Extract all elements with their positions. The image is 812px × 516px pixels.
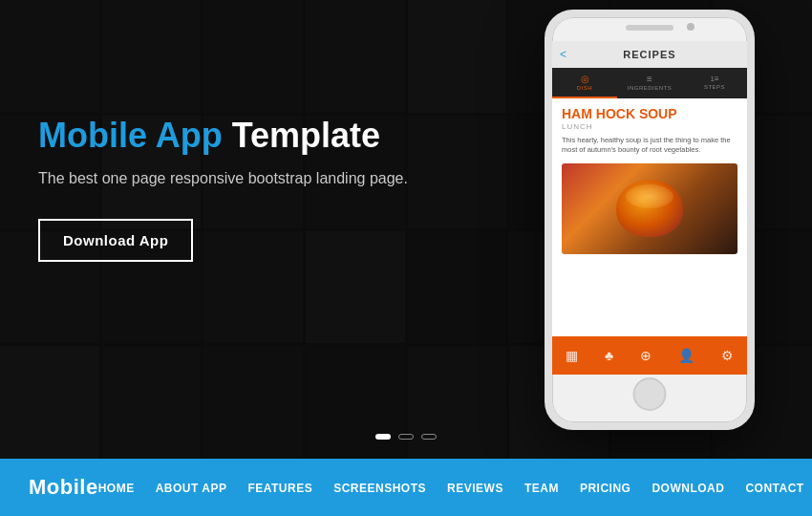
app-tab-steps[interactable]: 1≡ STEPS [682, 68, 747, 98]
phone-screen: < RECIPES ◎ DISH ≡ INGREDIENTS 1≡ ST [552, 41, 747, 375]
recipe-title: HAM HOCK SOUP [562, 106, 737, 122]
hero-content: Mobile App Template The best one page re… [38, 115, 408, 262]
phone-mockup: < RECIPES ◎ DISH ≡ INGREDIENTS 1≡ ST [545, 10, 755, 430]
tab-dish-label: DISH [577, 85, 592, 91]
carousel-dot-2[interactable] [398, 434, 414, 440]
recipe-image [562, 163, 737, 254]
tab-steps-label: STEPS [704, 84, 725, 90]
nav-people-icon[interactable]: 👤 [678, 348, 694, 363]
nav-item-team[interactable]: TEAM [524, 479, 559, 496]
nav-grid-icon[interactable]: ▦ [566, 348, 578, 363]
phone-home-button [633, 377, 667, 411]
recipe-bowl-image [616, 180, 683, 237]
dish-icon: ◎ [581, 74, 589, 84]
nav-item-reviews[interactable]: REVIEWS [447, 479, 503, 496]
steps-icon: 1≡ [710, 75, 718, 83]
nav-link-screenshots[interactable]: SCREENSHOTS [333, 482, 426, 495]
nav-item-features[interactable]: FEATURES [247, 479, 312, 496]
app-bottom-navigation: ▦ ♣ ⊕ 👤 ⚙ [552, 336, 747, 375]
nav-link-about[interactable]: ABOUT APP [156, 482, 227, 495]
nav-link-team[interactable]: TEAM [524, 482, 559, 495]
nav-item-home[interactable]: HOME [98, 479, 135, 496]
nav-link-reviews[interactable]: REVIEWS [447, 482, 503, 495]
app-back-button[interactable]: < [560, 48, 566, 61]
nav-chef-icon[interactable]: ♣ [605, 348, 613, 363]
phone-camera [687, 23, 694, 31]
nav-links-list: HOME ABOUT APP FEATURES SCREENSHOTS REVI… [98, 479, 804, 496]
phone-speaker [626, 25, 673, 31]
nav-link-download[interactable]: DOWNLOAD [652, 482, 724, 495]
app-tab-dish[interactable]: ◎ DISH [552, 68, 617, 98]
app-nav-tabs: ◎ DISH ≡ INGREDIENTS 1≡ STEPS [552, 68, 747, 98]
app-screen-title: RECIPES [623, 49, 675, 60]
recipe-category: LUNCH [562, 122, 737, 131]
phone-frame: < RECIPES ◎ DISH ≡ INGREDIENTS 1≡ ST [545, 10, 755, 430]
hero-title-rest: Template [223, 116, 380, 155]
main-navbar: Mobile HOME ABOUT APP FEATURES SCREENSHO… [0, 459, 812, 516]
nav-link-home[interactable]: HOME [98, 482, 135, 495]
app-recipe-content: HAM HOCK SOUP LUNCH This hearty, healthy… [552, 98, 747, 262]
carousel-indicators [375, 434, 437, 440]
nav-brand: Mobile [29, 475, 98, 500]
ingredients-icon: ≡ [647, 74, 652, 84]
nav-item-download[interactable]: DOWNLOAD [652, 479, 724, 496]
nav-item-contact[interactable]: CONTACT [745, 479, 803, 496]
nav-item-screenshots[interactable]: SCREENSHOTS [333, 479, 426, 496]
app-header: < RECIPES [552, 41, 747, 68]
hero-title-highlight: Mobile App [38, 116, 223, 155]
nav-item-about[interactable]: ABOUT APP [156, 479, 227, 496]
nav-fork-icon[interactable]: ⊕ [640, 348, 652, 363]
hero-section: Mobile App Template The best one page re… [0, 0, 812, 459]
nav-link-contact[interactable]: CONTACT [745, 482, 803, 495]
app-tab-ingredients[interactable]: ≡ INGREDIENTS [617, 68, 682, 98]
hero-title: Mobile App Template [38, 115, 408, 156]
hero-subtitle: The best one page responsive bootstrap l… [38, 167, 408, 190]
tab-ingredients-label: INGREDIENTS [628, 85, 673, 91]
carousel-dot-1[interactable] [375, 434, 391, 440]
carousel-dot-3[interactable] [421, 434, 437, 440]
recipe-description: This hearty, healthy soup is just the th… [562, 136, 737, 156]
nav-link-features[interactable]: FEATURES [247, 482, 312, 495]
nav-settings-icon[interactable]: ⚙ [721, 348, 734, 363]
nav-item-pricing[interactable]: PRICING [580, 479, 631, 496]
download-app-button[interactable]: Download App [38, 219, 193, 262]
nav-link-pricing[interactable]: PRICING [580, 482, 631, 495]
